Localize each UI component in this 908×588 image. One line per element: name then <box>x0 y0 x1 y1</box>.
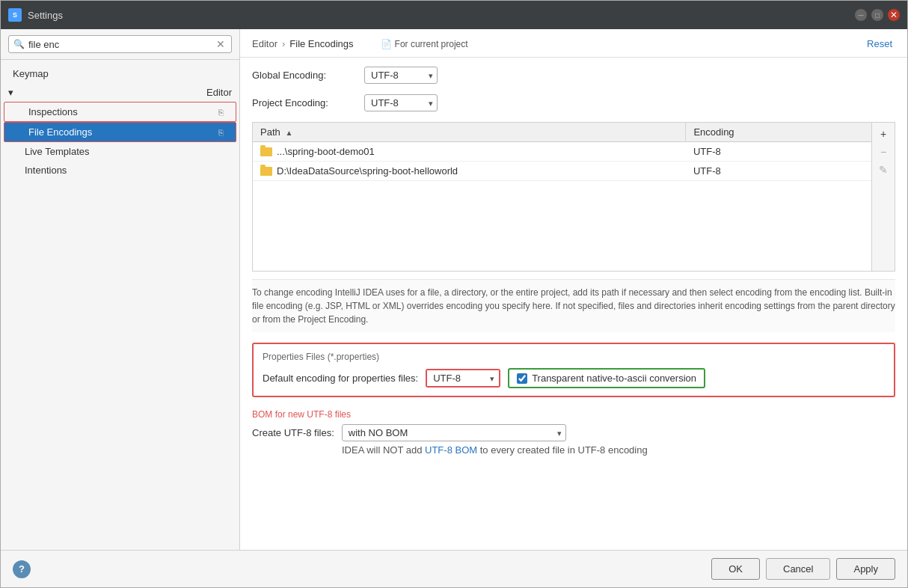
global-encoding-row: Global Encoding: UTF-8 UTF-16 ISO-8859-1 <box>252 67 895 84</box>
search-box: 🔍 ✕ <box>1 29 239 60</box>
svg-text:S: S <box>13 11 17 19</box>
encoding-cell-2: UTF-8 <box>686 162 871 181</box>
bom-create-label: Create UTF-8 files: <box>252 427 334 438</box>
sidebar-item-editor[interactable]: ▾ Editor <box>1 83 239 102</box>
help-button[interactable]: ? <box>13 560 31 578</box>
content-area: 🔍 ✕ Keymap ▾ Editor Inspections ⎘ <box>1 29 907 550</box>
footer-left: ? <box>13 560 31 578</box>
search-clear-icon[interactable]: ✕ <box>215 38 227 50</box>
project-encoding-select-wrapper: UTF-8 UTF-16 ISO-8859-1 <box>364 94 438 111</box>
for-project-link[interactable]: 📄 For current project <box>381 39 468 49</box>
sidebar-item-editor-label: Editor <box>206 87 232 98</box>
file-encodings-table-area: Path ▲ Encoding <box>252 122 895 272</box>
native-to-ascii-label: Transparent native-to-ascii conversion <box>532 373 696 384</box>
sidebar-item-live-templates[interactable]: Live Templates <box>1 142 239 161</box>
properties-encoding-select[interactable]: UTF-8 UTF-16 ISO-8859-1 <box>427 370 499 386</box>
expand-arrow: ▾ <box>8 87 13 98</box>
app-icon: S <box>8 8 22 22</box>
settings-window: S Settings ─ □ ✕ 🔍 ✕ Keymap <box>0 0 908 588</box>
breadcrumb: Editor › File Encodings <box>252 38 354 49</box>
sidebar: 🔍 ✕ Keymap ▾ Editor Inspections ⎘ <box>1 29 240 550</box>
cancel-button[interactable]: Cancel <box>766 558 830 580</box>
sidebar-item-file-encodings[interactable]: File Encodings ⎘ <box>4 122 236 142</box>
path-cell-2: D:\IdeaDataSource\spring-boot-helloworld <box>253 162 686 181</box>
folder-icon <box>260 147 272 156</box>
sidebar-item-intentions[interactable]: Intentions <box>1 161 239 180</box>
table-actions: + − ✎ <box>871 123 895 271</box>
add-row-button[interactable]: + <box>875 126 892 142</box>
encoding-cell-1: UTF-8 <box>686 142 871 162</box>
window-title: Settings <box>28 10 855 21</box>
ok-button[interactable]: OK <box>711 558 760 580</box>
native-to-ascii-section: Transparent native-to-ascii conversion <box>508 368 705 388</box>
path-value-2: D:\IdeaDataSource\spring-boot-helloworld <box>277 165 458 177</box>
title-bar: S Settings ─ □ ✕ <box>1 1 907 29</box>
path-cell: ...\spring-boot-demo01 <box>253 142 686 162</box>
breadcrumb-current: File Encodings <box>289 38 353 49</box>
sidebar-item-keymap-label: Keymap <box>13 68 49 79</box>
search-input[interactable] <box>28 39 215 50</box>
main-header: Editor › File Encodings 📄 For current pr… <box>240 29 907 58</box>
properties-encoding-wrapper: UTF-8 UTF-16 ISO-8859-1 <box>426 369 500 388</box>
bom-row: Create UTF-8 files: with NO BOM with BOM <box>252 424 895 441</box>
col-encoding: Encoding <box>686 123 871 142</box>
bom-info-suffix: to every created file in UTF-8 encoding <box>477 444 648 456</box>
table-row[interactable]: D:\IdeaDataSource\spring-boot-helloworld… <box>253 162 871 181</box>
info-text: To change encoding IntelliJ IDEA uses fo… <box>252 279 895 332</box>
sort-arrow: ▲ <box>285 129 292 137</box>
main-content: Global Encoding: UTF-8 UTF-16 ISO-8859-1… <box>240 58 907 550</box>
table-container: Path ▲ Encoding <box>253 123 871 271</box>
footer: ? OK Cancel Apply <box>1 550 907 587</box>
sidebar-nav: Keymap ▾ Editor Inspections ⎘ File Encod… <box>1 60 239 550</box>
col-path: Path ▲ <box>253 123 686 142</box>
global-encoding-select[interactable]: UTF-8 UTF-16 ISO-8859-1 <box>364 67 438 84</box>
sidebar-item-live-templates-label: Live Templates <box>25 146 89 157</box>
properties-title: Properties Files (*.properties) <box>263 352 885 362</box>
native-to-ascii-checkbox[interactable] <box>517 373 527 384</box>
main-panel: Editor › File Encodings 📄 For current pr… <box>240 29 907 550</box>
path-value-1: ...\spring-boot-demo01 <box>277 146 375 157</box>
edit-row-button[interactable]: ✎ <box>875 162 892 178</box>
table-row[interactable]: ...\spring-boot-demo01 UTF-8 <box>253 142 871 162</box>
bom-title: BOM for new UTF-8 files <box>252 409 895 420</box>
project-encoding-row: Project Encoding: UTF-8 UTF-16 ISO-8859-… <box>252 94 895 111</box>
sidebar-item-keymap[interactable]: Keymap <box>1 64 239 83</box>
properties-label: Default encoding for properties files: <box>263 373 418 384</box>
bom-info-link: UTF-8 BOM <box>425 444 477 456</box>
folder-icon-2 <box>260 167 272 176</box>
encodings-table: Path ▲ Encoding <box>253 123 871 181</box>
bom-info-prefix: IDEA will NOT add <box>342 444 425 456</box>
project-encoding-label: Project Encoding: <box>252 97 357 108</box>
maximize-button[interactable]: □ <box>871 9 883 21</box>
search-wrapper: 🔍 ✕ <box>8 35 232 53</box>
sidebar-item-intentions-label: Intentions <box>25 165 67 176</box>
global-encoding-label: Global Encoding: <box>252 70 357 81</box>
copy-icon-inspections: ⎘ <box>218 108 224 117</box>
footer-right: OK Cancel Apply <box>711 558 895 580</box>
properties-row: Default encoding for properties files: U… <box>263 368 885 388</box>
project-icon: 📄 <box>381 39 392 49</box>
minimize-button[interactable]: ─ <box>855 9 867 21</box>
close-button[interactable]: ✕ <box>888 9 900 21</box>
breadcrumb-parent: Editor <box>252 38 277 49</box>
properties-section: Properties Files (*.properties) Default … <box>252 343 895 397</box>
bom-select-wrapper: with NO BOM with BOM <box>342 424 566 441</box>
global-encoding-select-wrapper: UTF-8 UTF-16 ISO-8859-1 <box>364 67 438 84</box>
reset-button[interactable]: Reset <box>864 37 895 51</box>
copy-icon-file-encodings: ⎘ <box>218 128 224 137</box>
project-encoding-select[interactable]: UTF-8 UTF-16 ISO-8859-1 <box>364 94 438 111</box>
search-icon: 🔍 <box>13 39 25 49</box>
window-controls: ─ □ ✕ <box>855 9 900 21</box>
remove-row-button[interactable]: − <box>875 144 892 160</box>
bom-section: BOM for new UTF-8 files Create UTF-8 fil… <box>252 409 895 456</box>
apply-button[interactable]: Apply <box>836 558 895 580</box>
bom-info: IDEA will NOT add UTF-8 BOM to every cre… <box>252 444 895 456</box>
for-project-label: For current project <box>395 39 468 49</box>
breadcrumb-separator: › <box>282 38 285 49</box>
bom-select[interactable]: with NO BOM with BOM <box>342 424 566 441</box>
sidebar-item-inspections[interactable]: Inspections ⎘ <box>4 102 236 122</box>
sidebar-item-file-encodings-label: File Encodings <box>28 126 92 138</box>
sidebar-item-inspections-label: Inspections <box>28 106 78 117</box>
